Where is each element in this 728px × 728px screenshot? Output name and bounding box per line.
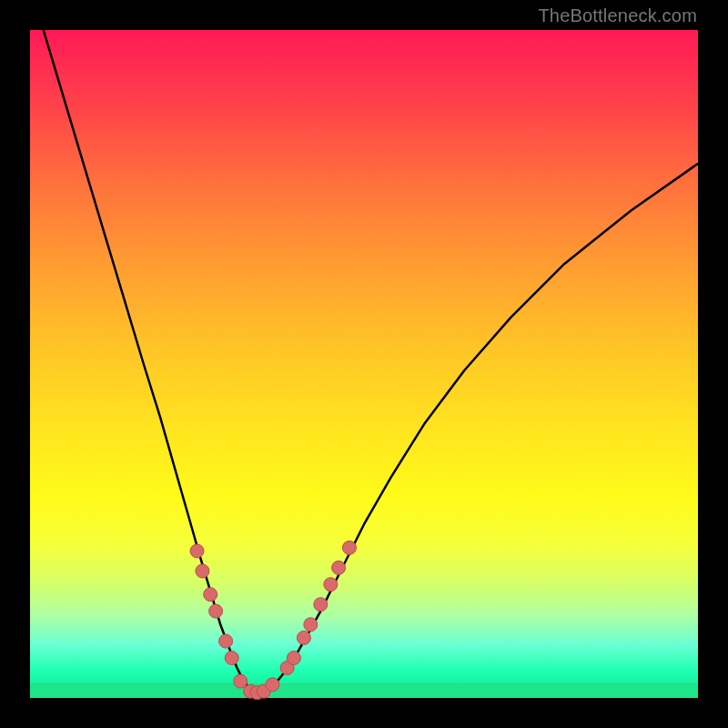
- curve-marker: [332, 561, 346, 574]
- chart-svg: [30, 30, 698, 698]
- chart-frame: TheBottleneck.com: [0, 0, 728, 728]
- curve-marker: [297, 631, 310, 644]
- curve-marker: [219, 634, 233, 648]
- curve-marker: [234, 674, 248, 688]
- baseline-band-rect: [30, 683, 698, 698]
- curve-marker: [314, 598, 328, 612]
- curve-marker: [287, 652, 300, 665]
- curve-marker: [190, 544, 204, 558]
- curve-path: [44, 30, 698, 694]
- bottleneck-curve: [44, 30, 698, 694]
- curve-marker: [204, 588, 217, 602]
- attribution-text: TheBottleneck.com: [538, 5, 697, 26]
- curve-marker: [209, 604, 223, 618]
- baseline-band: [30, 683, 698, 698]
- curve-marker: [266, 678, 279, 692]
- curve-marker: [304, 618, 318, 632]
- curve-markers: [190, 541, 356, 699]
- curve-marker: [342, 541, 356, 554]
- curve-marker: [324, 578, 338, 592]
- curve-marker: [196, 564, 209, 578]
- curve-marker: [225, 652, 238, 665]
